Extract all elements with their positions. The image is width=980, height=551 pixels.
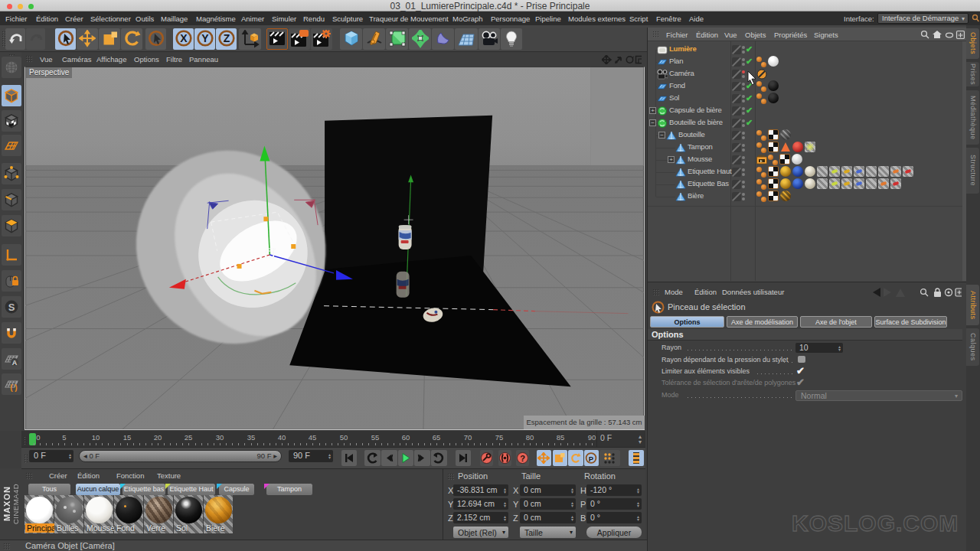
svg-text:A: A (12, 359, 18, 367)
svg-text:S: S (8, 302, 15, 313)
svg-text:Y: Y (201, 32, 209, 44)
svg-text:Z: Z (224, 32, 230, 44)
svg-text:( ): ( ) (10, 383, 17, 392)
svg-text:?: ? (520, 454, 525, 463)
svg-text:X: X (180, 32, 188, 44)
svg-text:P: P (589, 455, 594, 463)
